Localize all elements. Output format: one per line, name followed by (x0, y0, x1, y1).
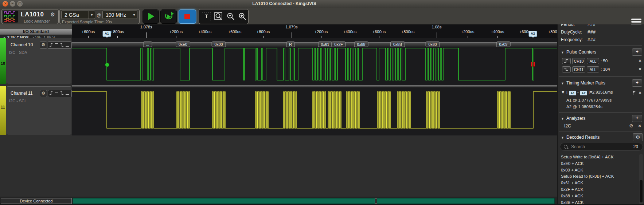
analyzer-item-i2c[interactable]: I2C (564, 123, 571, 129)
trigger-mode-buttons[interactable] (48, 42, 72, 49)
text-label-tool-button[interactable]: T (202, 12, 211, 21)
measurement-label: Period: (561, 24, 575, 27)
measure-start-dot[interactable] (105, 63, 109, 67)
at-separator: @ (97, 12, 101, 18)
marker-a1-position: A1 @ 1.077767379999s (566, 98, 612, 102)
device-name: LA1010 (21, 11, 44, 18)
decoded-result-row[interactable]: 0x8B + ACK (561, 200, 583, 205)
section-title: Timing Marker Pairs (566, 80, 605, 86)
add-pulse-counter-button[interactable]: + (632, 48, 642, 56)
falling-edge-icon[interactable] (562, 66, 571, 72)
sample-depth-value: 2 GSa (65, 12, 79, 18)
chevron-down-icon[interactable]: ▼ (131, 11, 137, 19)
decoded-result-row[interactable]: 0x61 + ACK (561, 181, 583, 185)
i2c-annotation-label[interactable]: 0x88 (354, 42, 368, 47)
analyzers-header[interactable]: ▼Analyzers (561, 116, 586, 121)
remove-pair-icon[interactable]: × (637, 90, 643, 95)
measurement-value: ### (588, 29, 596, 35)
channel-label-box[interactable]: Channel 11⚙I2C - SCL (7, 86, 71, 135)
chevron-down-icon[interactable]: ▼ (89, 11, 95, 19)
timing-marker-pairs-header[interactable]: ▼Timing Marker Pairs (561, 80, 605, 86)
zoom-in-button[interactable] (238, 12, 247, 21)
decoded-settings-gear-icon[interactable]: ⚙ (633, 133, 643, 141)
sample-depth-select[interactable]: 2 GSa ▼ (61, 11, 95, 19)
i2c-annotation-label[interactable]: 0xE0 (176, 42, 190, 47)
decoded-result-row[interactable]: 0x00 + ACK (561, 168, 583, 172)
i2c-annotation-label[interactable]: 0x8B (390, 42, 405, 47)
i2c-annotation-label[interactable]: 0x03 (496, 42, 511, 47)
divider (559, 46, 642, 46)
pin-icon[interactable] (632, 91, 636, 95)
i2c-annotation-label[interactable]: ... (143, 42, 152, 47)
measurement-label: DutyCycle: (561, 29, 582, 35)
marker-a2-chip[interactable]: A2 (580, 91, 587, 95)
divider (559, 131, 642, 131)
marker-flag-a2[interactable]: A2 (529, 31, 537, 37)
remove-counter-icon[interactable]: × (637, 58, 643, 63)
chevron-down-icon: ▼ (561, 117, 564, 121)
stop-capture-button[interactable] (179, 9, 196, 24)
counter-scope-button[interactable]: ALL (587, 58, 599, 64)
i2c-annotation-label[interactable]: 0x60 (426, 42, 440, 47)
marker-a1-chip[interactable]: A1 (569, 91, 576, 95)
counter-scope-button[interactable]: ALL (587, 66, 599, 72)
add-analyzer-button[interactable]: + (632, 115, 642, 122)
decoded-results-header[interactable]: ▼Decoded Results (561, 135, 600, 140)
progress-handle[interactable] (375, 198, 377, 204)
capture-position-bar[interactable] (73, 198, 555, 204)
i2c-annotation-label[interactable]: 0x61 (318, 42, 332, 47)
io-panel-top (0, 24, 72, 29)
channel-label-box[interactable]: Channel 10⚙I2C - SDA (7, 38, 71, 84)
play-icon (148, 13, 154, 20)
i2c-annotation-label[interactable]: 0x00 (212, 42, 226, 47)
sample-rate-select[interactable]: 100 MHz ▼ (102, 11, 137, 19)
channel-gear-icon[interactable]: ⚙ (40, 90, 47, 97)
decoded-result-row[interactable]: 0x88 + ACK (561, 194, 583, 198)
marker-flag-a1[interactable]: A1 (103, 31, 111, 37)
view-tools-group: T (199, 9, 249, 24)
kingstvis-window: ✕ − ▢ LA1010 Connected - KingstVIS LA101… (0, 0, 644, 205)
decoded-result-row[interactable]: 0xE0 + ACK (561, 161, 583, 166)
i2c-annotation-label[interactable]: R (286, 42, 295, 47)
remove-analyzer-icon[interactable]: × (637, 123, 642, 129)
device-subtitle: Logic Analyzer (19, 19, 55, 23)
add-marker-pair-button[interactable]: + (632, 79, 642, 87)
measurement-label: Frequency: (561, 37, 583, 42)
i2c-annotation-label[interactable]: 0x2F (331, 42, 346, 47)
sample-rate-value: 100 MHz (106, 12, 126, 18)
section-title: Analyzers (566, 116, 586, 121)
decoded-search-input[interactable]: Search 20 (560, 143, 643, 151)
zoom-selection-button[interactable] (214, 12, 223, 21)
channel-number: 10 (1, 61, 5, 66)
loop-capture-button[interactable] (160, 9, 177, 24)
stop-icon (184, 14, 190, 19)
counter-value: : 184 (601, 66, 610, 72)
device-settings-gear-icon[interactable]: ⚙ (50, 11, 55, 18)
decoded-scrollbar-thumb[interactable] (640, 180, 643, 202)
trigger-mode-buttons[interactable] (48, 90, 72, 97)
counter-channel-button[interactable]: CH10 (572, 58, 585, 64)
decoded-result-row[interactable]: Setup Read to [0x8B] + ACK (561, 174, 614, 178)
remove-counter-icon[interactable]: × (637, 67, 643, 72)
pulse-counters-header[interactable]: ▼Pulse Counters (561, 50, 596, 55)
channel-gear-icon[interactable]: ⚙ (40, 42, 47, 49)
measure-end-icon[interactable] (531, 62, 535, 67)
window-title: LA1010 Connected - KingstVIS (0, 1, 569, 6)
decoded-results-list: Setup Write to [0x8A] + ACK0xE0 + ACK0x0… (558, 153, 644, 205)
analyzer-gear-icon[interactable]: ⚙ (629, 123, 633, 129)
decoded-result-row[interactable]: 0x2F + ACK (561, 187, 583, 192)
marker-pair-row[interactable]: ▼ | A1 - A2 |=2.92516ms × (558, 90, 644, 96)
status-bar: Device Connected (0, 197, 557, 205)
search-placeholder: Search (571, 144, 585, 149)
zoom-out-button[interactable] (226, 12, 235, 21)
device-group: LA1010 ⚙ Logic Analyzer (1, 9, 59, 24)
counter-channel-button[interactable]: CH11 (572, 66, 585, 72)
section-title: Pulse Counters (566, 50, 596, 55)
rising-edge-icon[interactable] (562, 58, 571, 64)
counter-value: : 50 (601, 58, 608, 64)
start-capture-button[interactable] (143, 9, 159, 24)
marker-a2-position: A2 @ 1.08069254s (566, 105, 602, 109)
decoded-result-row[interactable]: Setup Write to [0x8A] + ACK (561, 155, 614, 159)
io-standard-header[interactable]: I/O Standard (0, 29, 72, 35)
chevron-down-icon: ▼ (561, 90, 565, 94)
